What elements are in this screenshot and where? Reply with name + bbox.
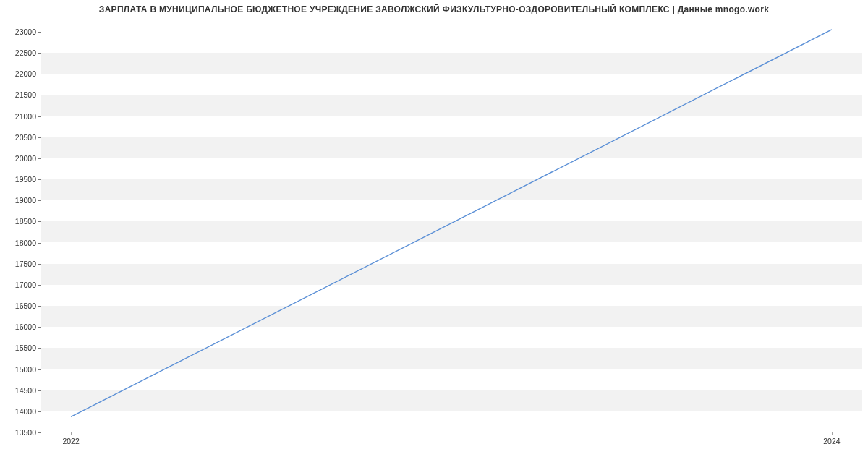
- y-tick-label: 14000: [15, 407, 41, 416]
- y-tick-label: 20000: [15, 154, 41, 163]
- y-tick-label: 16500: [15, 302, 41, 310]
- y-tick-label: 22000: [15, 69, 41, 78]
- chart-title: ЗАРПЛАТА В МУНИЦИПАЛЬНОЕ БЮДЖЕТНОЕ УЧРЕЖ…: [0, 4, 868, 14]
- y-tick-label: 18000: [15, 239, 41, 247]
- y-tick-label: 14500: [15, 386, 41, 395]
- y-tick-label: 15000: [15, 365, 41, 374]
- y-tick-label: 19000: [15, 196, 41, 205]
- x-tick-label: 2022: [62, 432, 79, 445]
- y-tick-label: 21500: [15, 90, 41, 99]
- y-tick-label: 18500: [15, 217, 41, 226]
- y-tick-label: 15500: [15, 343, 41, 352]
- salary-line-chart: ЗАРПЛАТА В МУНИЦИПАЛЬНОЕ БЮДЖЕТНОЕ УЧРЕЖ…: [0, 0, 868, 456]
- x-tick-label: 2024: [823, 432, 840, 445]
- y-tick-label: 23000: [15, 27, 41, 36]
- y-tick-label: 20500: [15, 133, 41, 142]
- y-tick-label: 19500: [15, 175, 41, 184]
- y-tick-label: 17000: [15, 281, 41, 289]
- y-tick-label: 21000: [15, 112, 41, 121]
- plot-area: 1350014000145001500015500160001650017000…: [41, 27, 862, 432]
- y-tick-label: 16000: [15, 322, 41, 331]
- y-tick-label: 22500: [15, 48, 41, 57]
- line-series: [41, 27, 862, 432]
- y-tick-label: 17500: [15, 260, 41, 268]
- series-line: [71, 30, 832, 417]
- y-tick-label: 13500: [15, 428, 41, 437]
